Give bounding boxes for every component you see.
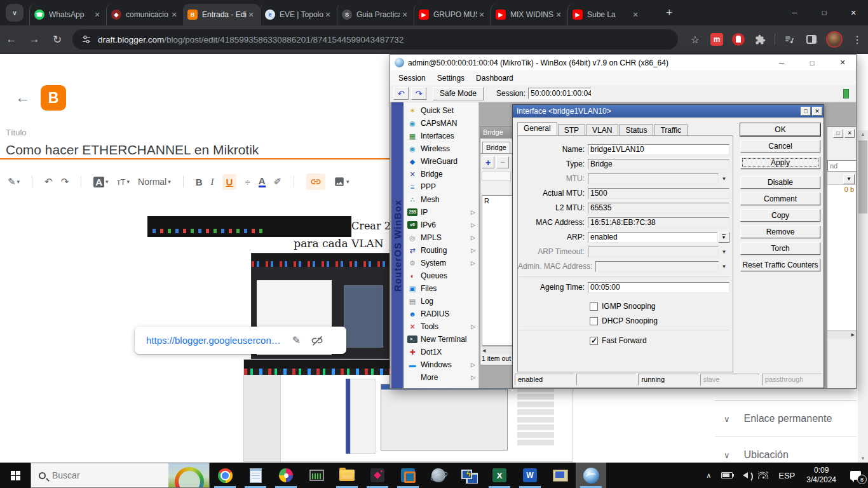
safe-mode-button[interactable]: Safe Mode	[433, 87, 484, 100]
browser-tab[interactable]: ▶ Sube La ✕	[567, 4, 644, 25]
list-area[interactable]	[827, 194, 856, 330]
close-button[interactable]: ✕	[812, 107, 822, 116]
nav-item[interactable]: ✶ Quick Set ▷	[403, 104, 478, 117]
link-url[interactable]: https://blogger.googleusercon…	[146, 335, 281, 346]
dialog-button[interactable]: Copy	[740, 209, 820, 222]
taskbar-app-button[interactable]	[393, 463, 423, 488]
tab-close-icon[interactable]: ✕	[477, 11, 486, 19]
menu-item[interactable]: Settings	[431, 74, 470, 83]
site-settings-icon[interactable]	[81, 34, 92, 44]
nav-item[interactable]: ☻ RADIUS ▷	[403, 308, 478, 320]
nav-item[interactable]: ▬ Windows ▷	[403, 358, 478, 371]
start-button[interactable]	[0, 463, 31, 488]
dialog-tab[interactable]: General	[517, 122, 557, 135]
scroll-down-icon[interactable]: ▼	[858, 456, 868, 461]
maximize-button[interactable]: □	[801, 107, 811, 116]
dialog-button[interactable]: Disable	[740, 176, 820, 189]
dialog-button[interactable]: Remove	[740, 226, 820, 238]
tab-close-icon[interactable]: ✕	[170, 11, 179, 19]
tab-close-icon[interactable]: ✕	[247, 11, 255, 19]
field-input[interactable]	[588, 173, 719, 184]
nav-item[interactable]: ◆ WireGuard ▷	[403, 155, 478, 168]
dialog-button[interactable]: Torch	[740, 242, 820, 255]
nav-item[interactable]: ⚙ System ▷	[403, 257, 478, 269]
tab-close-icon[interactable]: ✕	[323, 11, 332, 19]
field-input[interactable]: 65535	[588, 203, 729, 214]
bookmark-star-icon[interactable]: ☆	[687, 31, 703, 48]
battery-icon[interactable]	[716, 463, 738, 488]
tab-close-icon[interactable]: ✕	[631, 11, 640, 19]
bridge-hscrollbar[interactable]: ◀	[482, 346, 512, 354]
dialog-tab[interactable]: STP	[558, 124, 585, 135]
browser-tab[interactable]: ◆ comunicacio ✕	[106, 4, 183, 25]
taskbar-app-button[interactable]	[271, 463, 301, 488]
side-panel-icon[interactable]	[803, 31, 820, 48]
close-button[interactable]: ✕	[844, 129, 855, 138]
embedded-screenshot-1[interactable]	[147, 216, 351, 237]
blogger-logo[interactable]: B	[41, 85, 66, 111]
nav-item[interactable]: ✕ Bridge ▷	[403, 168, 478, 180]
tab-close-icon[interactable]: ✕	[400, 11, 409, 19]
dialog-tab[interactable]: Status	[619, 124, 653, 135]
url-bar[interactable]: draft.blogger.com/blog/post/edit/4185993…	[72, 29, 678, 50]
post-title-input[interactable]: Como hacer ETHERCHANNEL en Mikrotik	[6, 142, 259, 158]
post-caption-bottom[interactable]: para cada VLAN	[285, 237, 393, 250]
tab-close-icon[interactable]: ✕	[93, 11, 102, 19]
new-tab-button[interactable]: +	[666, 6, 673, 20]
taskbar-app-button[interactable]	[484, 463, 515, 488]
find-input[interactable]: nd	[827, 160, 856, 172]
volume-icon[interactable]	[738, 463, 753, 488]
checkbox[interactable]	[590, 302, 598, 311]
dialog-button[interactable]: Apply	[740, 156, 820, 169]
taskbar-app-button[interactable]	[515, 463, 545, 488]
extensions-puzzle-icon[interactable]	[752, 31, 768, 48]
bridge-tab[interactable]: Bridge	[482, 142, 510, 153]
menu-item[interactable]: Dashboard	[470, 74, 519, 83]
dialog-tab[interactable]: VLAN	[586, 124, 618, 135]
text-color-button[interactable]: A	[259, 176, 266, 187]
language-indicator[interactable]: ESP	[773, 463, 800, 488]
forward-icon[interactable]: →	[25, 30, 44, 49]
dialog-button[interactable]: Reset Traffic Counters	[740, 259, 820, 271]
maximize-button[interactable]: □	[799, 55, 825, 71]
bridge-list[interactable]: R	[482, 195, 512, 346]
minimize-button[interactable]: ─	[768, 55, 795, 71]
dialog-button[interactable]: Comment	[740, 193, 820, 205]
wifi-icon[interactable]	[753, 463, 773, 488]
unlink-icon[interactable]	[311, 334, 323, 347]
redo-button[interactable]: ↷	[61, 176, 69, 187]
nav-item[interactable]: v6 IPv6 ▷	[403, 219, 478, 231]
link-button[interactable]	[306, 173, 325, 190]
checkbox[interactable]	[590, 317, 598, 325]
nav-item[interactable]: ▤ Log ▷	[403, 295, 478, 308]
close-button[interactable]: ✕	[839, 0, 868, 25]
taskbar-app-button[interactable]	[301, 463, 332, 488]
reload-icon[interactable]: ↻	[48, 30, 67, 49]
nav-item[interactable]: ◉ Wireless ▷	[403, 142, 478, 155]
profile-avatar[interactable]	[826, 31, 843, 48]
browser-tab[interactable]: ▶ GRUPO MUS ✕	[414, 4, 491, 25]
mikrotik-extension-icon[interactable]: m	[709, 31, 725, 48]
field-input[interactable]: bridge1VLAN10	[588, 144, 729, 155]
scrollbar-thumb[interactable]	[858, 140, 867, 214]
close-button[interactable]: ✕	[829, 55, 856, 71]
italic-button[interactable]: I	[211, 177, 214, 187]
paragraph-style-dropdown[interactable]: Normal▾	[138, 177, 171, 187]
hscrollbar[interactable]: ▶	[827, 330, 856, 339]
highlight-button[interactable]: ✐	[274, 176, 282, 187]
redo-button[interactable]: ↷	[411, 87, 426, 100]
nav-item[interactable]: >_ New Terminal ▷	[403, 333, 478, 346]
insert-image-button[interactable]: ▾	[334, 176, 349, 187]
nav-item[interactable]: ✚ Dot1X ▷	[403, 346, 478, 358]
dropdown-arrow-icon[interactable]: ▼	[719, 249, 729, 255]
combo-dropdown-button[interactable]: ▼	[718, 232, 729, 243]
browser-tab[interactable]: ▶ MIX WIDINS ✕	[491, 4, 567, 25]
hidden-icons-chevron[interactable]: ∧	[701, 463, 716, 488]
minimize-button[interactable]: ─	[780, 0, 810, 25]
interface-list-window-fragment[interactable]: □ ✕ nd ▼ 0 b ▶	[827, 126, 856, 388]
font-button[interactable]: A▾	[93, 177, 108, 187]
browser-tab[interactable]: ☎ WhatsApp ✕	[29, 4, 106, 25]
nav-item[interactable]: ▦ Interfaces ▷	[403, 130, 478, 142]
taskbar-app-button[interactable]	[210, 463, 240, 488]
tab-close-icon[interactable]: ✕	[554, 11, 563, 19]
